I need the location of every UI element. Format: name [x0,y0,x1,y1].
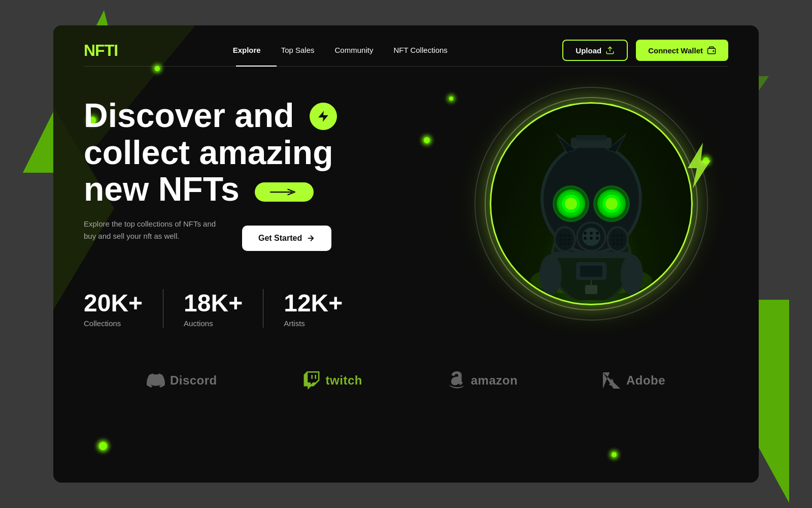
svg-point-52 [613,239,615,241]
hero-left: Discover and collect amazing new NFTs [84,87,363,328]
adobe-name: Adobe [626,373,665,388]
twitch-icon [302,371,321,390]
lightning-large [683,143,713,190]
hero-title-line2: collect amazing [84,134,333,171]
discord-icon [147,371,165,390]
partners-section: Discord twitch amazon A [53,356,759,405]
stat-auctions-label: Auctions [184,319,243,328]
logo: NFTI [84,41,118,60]
navbar: NFTI Explore Top Sales Community NFT Col… [53,25,759,61]
svg-point-60 [621,255,643,295]
hero-title: Discover and collect amazing new NFTs [84,97,363,208]
hero-description: Explore the top collections of NFTs and … [84,218,226,242]
svg-point-42 [564,239,566,241]
svg-point-53 [617,239,619,241]
hero-right [464,77,728,351]
partner-amazon: amazon [448,371,518,390]
svg-point-45 [564,243,566,245]
svg-point-32 [596,232,599,235]
svg-rect-58 [551,252,632,258]
svg-rect-62 [580,266,602,277]
svg-point-54 [621,239,623,241]
stat-artists-label: Artists [284,319,343,328]
nav-link-community[interactable]: Community [335,46,374,54]
connect-wallet-button[interactable]: Connect Wallet [636,40,728,61]
nav-item-nftcollections[interactable]: NFT Collections [393,46,447,55]
svg-point-43 [568,239,570,241]
twitch-name: twitch [326,373,362,388]
stat-auctions-number: 18K+ [184,289,243,317]
svg-point-38 [560,235,562,237]
svg-point-34 [590,237,593,240]
nav-actions: Upload Connect Wallet [562,40,728,61]
partner-discord: Discord [147,371,217,390]
svg-point-41 [560,239,562,241]
nav-link-explore[interactable]: Explore [233,46,261,54]
nft-image-container [490,102,693,305]
svg-point-57 [621,243,623,245]
wallet-icon [707,46,716,55]
nav-underline [84,66,728,67]
connect-wallet-label: Connect Wallet [648,46,703,55]
svg-point-44 [560,243,562,245]
partner-twitch: twitch [302,371,362,390]
hero-title-line3: new NFTs [84,170,240,208]
partner-adobe: Adobe [603,371,665,390]
stats-row: 20K+ Collections 18K+ Auctions 12K+ Arti… [84,289,363,328]
nav-links: Explore Top Sales Community NFT Collecti… [233,46,448,55]
upload-label: Upload [576,46,601,55]
nav-item-explore[interactable]: Explore [233,46,261,55]
nft-character-svg [510,107,672,300]
amazon-name: amazon [471,373,518,388]
svg-rect-63 [585,285,597,294]
stat-collections: 20K+ Collections [84,289,163,328]
svg-point-39 [564,235,566,237]
svg-point-40 [568,235,570,237]
stat-artists-number: 12K+ [284,289,343,317]
svg-point-50 [617,235,619,237]
upload-button[interactable]: Upload [562,40,628,61]
svg-point-65 [557,189,585,218]
stat-collections-label: Collections [84,319,143,328]
amazon-icon [448,371,466,390]
get-started-label: Get Started [258,234,302,243]
svg-point-46 [568,243,570,245]
svg-point-59 [539,255,562,295]
lightning-badge-icon [317,110,330,123]
svg-point-30 [584,232,587,235]
svg-point-55 [613,243,615,245]
arrow-pill-icon [269,186,299,198]
stat-auctions: 18K+ Auctions [163,289,263,328]
svg-point-31 [590,232,593,235]
lightning-large-icon [683,143,713,188]
get-started-button[interactable]: Get Started [242,226,331,251]
svg-point-2 [713,51,714,52]
stat-collections-number: 20K+ [84,289,143,317]
nav-item-topsales[interactable]: Top Sales [281,46,315,55]
svg-rect-10 [576,135,606,140]
outer-wrapper: NFTI Explore Top Sales Community NFT Col… [53,25,759,483]
stat-artists: 12K+ Artists [263,289,363,328]
main-container: NFTI Explore Top Sales Community NFT Col… [53,25,759,483]
hero-title-line1: Discover and [84,97,294,134]
arrow-icon [306,234,315,243]
glow-dot-7 [99,442,107,450]
nav-underline-active [236,66,277,67]
svg-point-49 [613,235,615,237]
svg-point-35 [596,237,599,240]
nav-link-nftcollections[interactable]: NFT Collections [393,46,447,54]
upload-icon [605,46,615,55]
discord-name: Discord [170,373,217,388]
nav-item-community[interactable]: Community [335,46,374,55]
glow-dot-8 [612,452,617,457]
svg-point-33 [584,237,587,240]
nav-link-topsales[interactable]: Top Sales [281,46,315,54]
svg-point-51 [621,235,623,237]
svg-point-66 [597,189,626,218]
arrow-pill [255,182,314,202]
hero-section: Discover and collect amazing new NFTs [53,67,759,351]
lightning-badge [310,103,337,130]
adobe-icon [603,371,621,390]
svg-point-56 [617,243,619,245]
